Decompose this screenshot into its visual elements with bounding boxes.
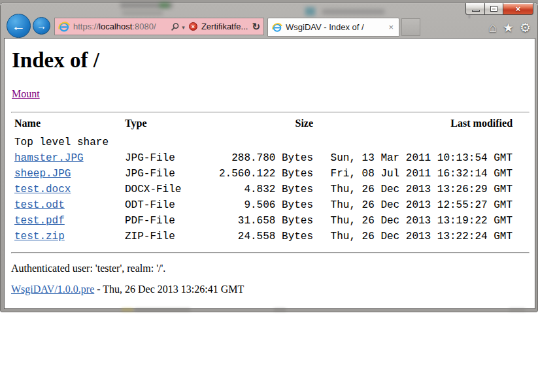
file-modified: Thu, 26 Dec 2013 12:55:27 GMT bbox=[313, 197, 513, 213]
close-icon: × bbox=[516, 4, 521, 14]
file-modified: Fri, 08 Jul 2011 16:32:14 GMT bbox=[313, 166, 513, 182]
file-modified: Thu, 26 Dec 2013 13:19:22 GMT bbox=[313, 213, 513, 229]
file-size: 24.558 Bytes bbox=[219, 229, 313, 244]
tab-close-icon[interactable]: × bbox=[387, 22, 395, 32]
backdrop-blur-blob bbox=[135, 308, 190, 311]
browser-window: × ← → https://localhost:8080/ ▾ × Zertif… bbox=[0, 2, 538, 312]
backdrop-blur-blob bbox=[120, 3, 173, 8]
url-scheme: https:// bbox=[73, 22, 99, 31]
refresh-button[interactable]: ↻ bbox=[252, 21, 260, 33]
back-arrow-icon: ← bbox=[12, 18, 25, 34]
backdrop-blur-blob bbox=[274, 308, 286, 311]
table-header-row: Name Type Size Last modified bbox=[14, 118, 513, 135]
table-row: test.odt ODT-File 9.506 Bytes Thu, 26 De… bbox=[14, 197, 513, 213]
table-row: test.docx DOCX-File 4.832 Bytes Thu, 26 … bbox=[14, 182, 513, 197]
tools-gear-icon[interactable]: ⚙ bbox=[520, 20, 531, 35]
column-header-name: Name bbox=[14, 118, 125, 135]
backdrop-blur-blob bbox=[122, 11, 163, 15]
window-controls: × bbox=[465, 3, 533, 15]
new-tab-button[interactable] bbox=[401, 18, 420, 36]
favorites-icon[interactable]: ★ bbox=[503, 20, 514, 35]
mount-link[interactable]: Mount bbox=[12, 88, 40, 100]
backdrop-blur-blob bbox=[509, 308, 525, 311]
divider bbox=[11, 252, 530, 253]
certificate-error-label: Zertifikatfe... bbox=[201, 22, 248, 31]
file-type: JPG-File bbox=[125, 166, 219, 182]
column-header-size: Size bbox=[219, 118, 313, 135]
forward-arrow-icon: → bbox=[37, 20, 46, 31]
file-link[interactable]: test.docx bbox=[14, 184, 71, 195]
backdrop-blur-blob bbox=[122, 308, 133, 311]
back-button[interactable]: ← bbox=[7, 14, 31, 38]
footer-timestamp: - Thu, 26 Dec 2013 13:26:41 GMT bbox=[94, 284, 244, 295]
auth-status-text: Authenticated user: 'tester', realm: '/'… bbox=[11, 263, 165, 274]
tab-wsgidav[interactable]: WsgiDAV - Index of / × bbox=[267, 18, 399, 37]
address-bar[interactable]: https://localhost:8080/ ▾ × Zertifikatfe… bbox=[54, 18, 264, 35]
url-host: localhost bbox=[99, 22, 132, 31]
maximize-icon bbox=[490, 6, 497, 12]
search-button[interactable] bbox=[171, 22, 180, 31]
file-link[interactable]: test.zip bbox=[14, 231, 65, 242]
file-link[interactable]: hamster.JPG bbox=[14, 152, 84, 164]
file-link[interactable]: test.pdf bbox=[14, 215, 65, 227]
file-modified: Thu, 26 Dec 2013 13:26:29 GMT bbox=[313, 182, 513, 197]
file-modified: Sun, 13 Mar 2011 10:13:54 GMT bbox=[313, 150, 513, 166]
backdrop-blur-blob bbox=[322, 9, 384, 14]
minimize-button[interactable] bbox=[465, 3, 485, 15]
page-viewport: Index of / Mount Name Type Size Last mod… bbox=[4, 38, 535, 309]
close-window-button[interactable]: × bbox=[503, 3, 533, 15]
table-row: hamster.JPG JPG-File 288.780 Bytes Sun, … bbox=[14, 150, 513, 166]
url-text: https://localhost:8080/ bbox=[73, 22, 171, 31]
file-size: 31.658 Bytes bbox=[219, 213, 313, 229]
screen: × ← → https://localhost:8080/ ▾ × Zertif… bbox=[0, 0, 538, 392]
certificate-error-button[interactable]: × Zertifikatfe... bbox=[189, 22, 252, 31]
column-header-type: Type bbox=[125, 118, 219, 135]
minimize-icon bbox=[472, 10, 480, 12]
backdrop-blur-blob bbox=[160, 3, 169, 8]
backdrop-blur-blob bbox=[305, 7, 315, 16]
window-bottom-frame bbox=[1, 308, 537, 312]
table-row: test.zip ZIP-File 24.558 Bytes Thu, 26 D… bbox=[14, 229, 513, 244]
file-type: DOCX-File bbox=[125, 182, 219, 197]
table-row: test.pdf PDF-File 31.658 Bytes Thu, 26 D… bbox=[14, 213, 513, 229]
maximize-button[interactable] bbox=[485, 3, 503, 15]
file-size: 9.506 Bytes bbox=[219, 197, 313, 213]
page-title: Index of / bbox=[12, 48, 99, 73]
column-header-modified: Last modified bbox=[313, 118, 513, 135]
search-icon bbox=[171, 22, 180, 31]
wsgidav-version-link[interactable]: WsgiDAV/1.0.0.pre bbox=[11, 284, 94, 295]
file-type: PDF-File bbox=[125, 213, 219, 229]
server-footer: WsgiDAV/1.0.0.pre - Thu, 26 Dec 2013 13:… bbox=[11, 284, 244, 295]
file-type: ZIP-File bbox=[125, 229, 219, 244]
ie-logo-icon bbox=[272, 22, 282, 33]
divider bbox=[11, 112, 530, 113]
file-modified: Thu, 26 Dec 2013 13:22:24 GMT bbox=[313, 229, 513, 244]
table-row: sheep.JPG JPG-File 2.560.122 Bytes Fri, … bbox=[14, 166, 513, 182]
ie-logo-icon bbox=[58, 21, 70, 33]
file-size: 4.832 Bytes bbox=[219, 182, 313, 197]
table-note-row: Top level share bbox=[14, 135, 513, 150]
url-path: :8080/ bbox=[132, 22, 156, 31]
command-bar: ⌂ ★ ⚙ bbox=[488, 20, 531, 35]
file-link[interactable]: sheep.JPG bbox=[14, 168, 71, 180]
file-type: ODT-File bbox=[125, 197, 219, 213]
forward-button[interactable]: → bbox=[33, 17, 50, 35]
search-dropdown-icon[interactable]: ▾ bbox=[182, 24, 185, 31]
certificate-error-icon: × bbox=[189, 22, 197, 31]
share-note: Top level share bbox=[14, 135, 513, 150]
directory-table: Name Type Size Last modified Top level s… bbox=[14, 118, 513, 244]
file-size: 288.780 Bytes bbox=[219, 150, 313, 166]
file-link[interactable]: test.odt bbox=[14, 199, 65, 211]
tab-title: WsgiDAV - Index of / bbox=[286, 22, 387, 32]
file-size: 2.560.122 Bytes bbox=[219, 166, 313, 182]
home-icon[interactable]: ⌂ bbox=[488, 20, 497, 35]
file-type: JPG-File bbox=[125, 150, 219, 166]
